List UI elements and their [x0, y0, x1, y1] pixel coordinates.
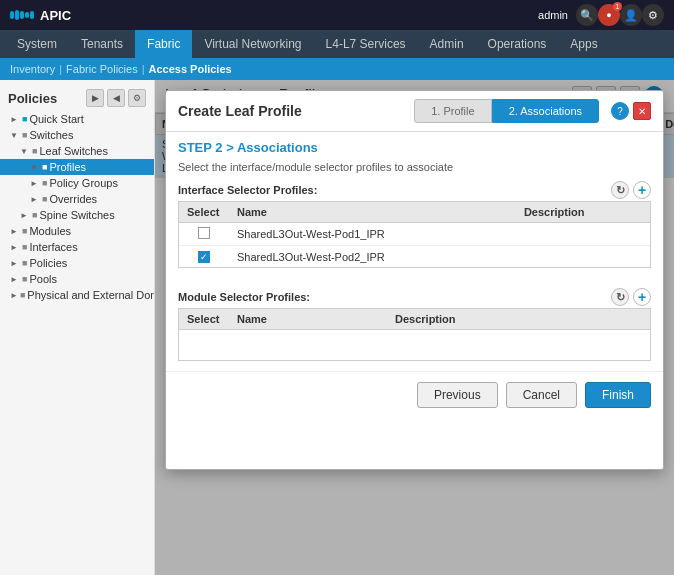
- interface-row-2-desc: [516, 246, 650, 268]
- interface-row-1-desc: [516, 223, 650, 246]
- policy-groups-icon: ■: [42, 178, 47, 188]
- checkbox-checked-2[interactable]: ✓: [198, 251, 210, 263]
- pools-label: Pools: [29, 273, 57, 285]
- physical-domains-icon: ■: [20, 290, 25, 300]
- interface-col-name: Name: [229, 202, 516, 223]
- nav-fabric[interactable]: Fabric: [135, 30, 192, 58]
- module-section-label: Module Selector Profiles: ↻ +: [166, 282, 663, 308]
- sidebar-item-leaf-switches[interactable]: ▼ ■ Leaf Switches: [0, 143, 154, 159]
- physical-domains-label: Physical and External Domains: [27, 289, 154, 301]
- profiles-icon: ■: [42, 162, 47, 172]
- sidebar-icons: ▶ ◀ ⚙: [86, 89, 146, 107]
- previous-button[interactable]: Previous: [417, 382, 498, 408]
- step-title: STEP 2 > Associations: [178, 140, 651, 155]
- modal-title-controls: 1. Profile 2. Associations ? ✕: [414, 99, 651, 123]
- modal-help-btn[interactable]: ?: [611, 102, 629, 120]
- sidebar-item-spine-switches[interactable]: ► ■ Spine Switches: [0, 207, 154, 223]
- settings-icon[interactable]: ⚙: [642, 4, 664, 26]
- breadcrumb-fabric-policies[interactable]: Fabric Policies: [66, 63, 138, 75]
- overrides-label: Overrides: [49, 193, 97, 205]
- modal-footer: Previous Cancel Finish: [166, 371, 663, 418]
- overrides-icon: ■: [42, 194, 47, 204]
- step-tab-associations[interactable]: 2. Associations: [492, 99, 599, 123]
- interface-row-2-checkbox[interactable]: ✓: [179, 246, 229, 268]
- sidebar-item-policy-groups[interactable]: ► ■ Policy Groups: [0, 175, 154, 191]
- sidebar-item-policies[interactable]: ► ■ Policies: [0, 255, 154, 271]
- module-section-icons: ↻ +: [611, 288, 651, 306]
- interface-row-1-checkbox[interactable]: [179, 223, 229, 246]
- quick-start-icon: ■: [22, 114, 27, 124]
- module-refresh-btn[interactable]: ↻: [611, 288, 629, 306]
- interface-refresh-btn[interactable]: ↻: [611, 181, 629, 199]
- sidebar-back-btn[interactable]: ◀: [107, 89, 125, 107]
- interface-row-1[interactable]: SharedL3Out-West-Pod1_IPR: [179, 223, 650, 246]
- nav-tenants[interactable]: Tenants: [69, 30, 135, 58]
- sidebar-item-quick-start[interactable]: ► ■ Quick Start: [0, 111, 154, 127]
- modal-close-btn[interactable]: ✕: [633, 102, 651, 120]
- module-empty-cell: [179, 330, 650, 360]
- step-tab-profile[interactable]: 1. Profile: [414, 99, 491, 123]
- nav-admin[interactable]: Admin: [418, 30, 476, 58]
- step-tabs: 1. Profile 2. Associations: [414, 99, 599, 123]
- policies-label: Policies: [29, 257, 67, 269]
- user-icon[interactable]: 👤: [620, 4, 642, 26]
- sidebar-add-btn[interactable]: ▶: [86, 89, 104, 107]
- step-desc: Select the interface/module selector pro…: [166, 159, 663, 175]
- admin-label: admin: [538, 9, 568, 21]
- breadcrumb-access-policies[interactable]: Access Policies: [149, 63, 232, 75]
- spine-switches-label: Spine Switches: [39, 209, 114, 221]
- sidebar-header: Policies ▶ ◀ ⚙: [0, 85, 154, 111]
- interface-col-desc: Description: [516, 202, 650, 223]
- leaf-switches-label: Leaf Switches: [39, 145, 107, 157]
- nav-apps[interactable]: Apps: [558, 30, 609, 58]
- modules-toggle: ►: [10, 227, 20, 236]
- switches-toggle: ▼: [10, 131, 20, 140]
- interface-row-1-name: SharedL3Out-West-Pod1_IPR: [229, 223, 516, 246]
- quick-start-label: Quick Start: [29, 113, 83, 125]
- cancel-button[interactable]: Cancel: [506, 382, 577, 408]
- leaf-switches-icon: ■: [32, 146, 37, 156]
- search-icon[interactable]: 🔍: [576, 4, 598, 26]
- cisco-logo: [10, 10, 34, 20]
- module-col-select: Select: [179, 309, 229, 330]
- breadcrumb-sep-2: |: [142, 63, 145, 75]
- interfaces-label: Interfaces: [29, 241, 77, 253]
- module-add-btn[interactable]: +: [633, 288, 651, 306]
- physical-domains-toggle: ►: [10, 291, 18, 300]
- sidebar-settings-btn[interactable]: ⚙: [128, 89, 146, 107]
- sidebar-item-overrides[interactable]: ► ■ Overrides: [0, 191, 154, 207]
- interface-section-label: Interface Selector Profiles: ↻ +: [166, 175, 663, 201]
- sidebar-item-profiles[interactable]: ▼ ■ Profiles: [0, 159, 154, 175]
- nav-l4l7[interactable]: L4-L7 Services: [314, 30, 418, 58]
- breadcrumb: Inventory | Fabric Policies | Access Pol…: [0, 58, 674, 80]
- interface-table-wrap: Select Name Description SharedL3Out-West…: [178, 201, 651, 268]
- apic-title: APIC: [40, 8, 71, 23]
- sidebar-title: Policies: [8, 91, 57, 106]
- sidebar: Policies ▶ ◀ ⚙ ► ■ Quick Start ▼ ■ Switc…: [0, 80, 155, 575]
- content-area: Leaf Switches - Profiles ↻ ⇓ ☰ ? Name Le…: [155, 80, 674, 575]
- sidebar-item-modules[interactable]: ► ■ Modules: [0, 223, 154, 239]
- interface-row-2-name: SharedL3Out-West-Pod2_IPR: [229, 246, 516, 268]
- main-layout: Policies ▶ ◀ ⚙ ► ■ Quick Start ▼ ■ Switc…: [0, 80, 674, 575]
- modules-label: Modules: [29, 225, 71, 237]
- nav-operations[interactable]: Operations: [476, 30, 559, 58]
- sidebar-item-switches[interactable]: ▼ ■ Switches: [0, 127, 154, 143]
- nav-virtual-networking[interactable]: Virtual Networking: [192, 30, 313, 58]
- sidebar-item-pools[interactable]: ► ■ Pools: [0, 271, 154, 287]
- sidebar-item-physical-domains[interactable]: ► ■ Physical and External Domains: [0, 287, 154, 303]
- interface-col-select: Select: [179, 202, 229, 223]
- interface-row-2[interactable]: ✓ SharedL3Out-West-Pod2_IPR: [179, 246, 650, 268]
- checkbox-unchecked-1[interactable]: [198, 227, 210, 239]
- alert-icon[interactable]: ● 1: [598, 4, 620, 26]
- sidebar-item-interfaces[interactable]: ► ■ Interfaces: [0, 239, 154, 255]
- module-table-wrap: Select Name Description: [178, 308, 651, 361]
- spine-switches-toggle: ►: [20, 211, 30, 220]
- modules-icon: ■: [22, 226, 27, 236]
- interface-add-btn[interactable]: +: [633, 181, 651, 199]
- finish-button[interactable]: Finish: [585, 382, 651, 408]
- quick-start-toggle: ►: [10, 115, 20, 124]
- switches-icon: ■: [22, 130, 27, 140]
- modal-title-bar: Create Leaf Profile 1. Profile 2. Associ…: [166, 91, 663, 132]
- breadcrumb-inventory[interactable]: Inventory: [10, 63, 55, 75]
- nav-system[interactable]: System: [5, 30, 69, 58]
